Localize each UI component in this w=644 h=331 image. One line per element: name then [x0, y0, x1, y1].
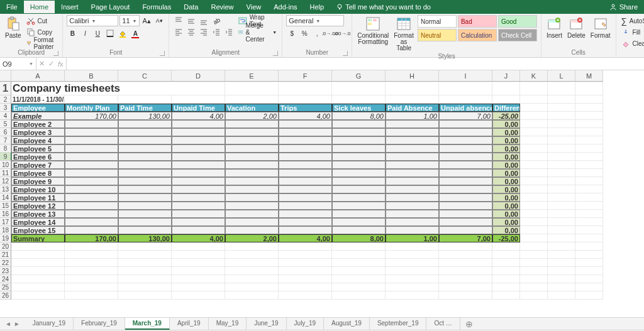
cell[interactable] [548, 120, 575, 128]
data-cell[interactable]: 0,00 [492, 144, 520, 153]
data-cell[interactable] [118, 202, 172, 210]
cell[interactable] [279, 251, 332, 259]
cell[interactable] [332, 259, 386, 267]
column-header[interactable]: H [386, 70, 439, 82]
tab-addins[interactable]: Add-ins [267, 1, 303, 13]
row-header[interactable]: 12 [0, 177, 11, 185]
cell[interactable] [548, 283, 575, 291]
data-cell[interactable] [332, 185, 386, 193]
cell[interactable] [575, 275, 603, 283]
cell[interactable] [548, 226, 575, 234]
data-cell[interactable]: 170,00 [65, 112, 118, 120]
data-cell[interactable] [225, 210, 279, 218]
cell[interactable] [65, 275, 118, 283]
tab-review[interactable]: Review [204, 1, 240, 13]
data-cell[interactable] [439, 169, 492, 177]
clipboard-launcher[interactable] [53, 51, 58, 56]
employee-name[interactable]: Example [11, 112, 65, 120]
tell-me[interactable]: Tell me what you want to do [336, 3, 431, 11]
data-cell[interactable] [332, 144, 386, 153]
underline-button[interactable]: U [92, 28, 103, 39]
data-cell[interactable]: 8,00 [332, 112, 386, 120]
data-cell[interactable] [279, 218, 332, 226]
cell[interactable] [225, 82, 279, 95]
cell[interactable] [575, 210, 603, 218]
cell[interactable] [279, 275, 332, 283]
row-header[interactable]: 1 [0, 82, 11, 95]
data-cell[interactable]: 0,00 [492, 177, 520, 185]
employee-name[interactable]: Employee 8 [11, 169, 65, 177]
cell[interactable] [520, 153, 548, 161]
data-cell[interactable] [65, 202, 118, 210]
align-left-button[interactable] [173, 26, 184, 38]
data-cell[interactable] [225, 161, 279, 169]
data-cell[interactable] [439, 177, 492, 185]
column-header[interactable]: L [548, 70, 575, 82]
data-cell[interactable] [439, 120, 492, 128]
cell[interactable] [225, 242, 279, 251]
style-calculation[interactable]: Calculation [458, 29, 497, 41]
cell[interactable] [548, 112, 575, 120]
data-cell[interactable] [225, 218, 279, 226]
summary-cell[interactable]: 4,00 [172, 234, 225, 242]
data-cell[interactable]: 0,00 [492, 136, 520, 144]
table-header[interactable]: Trips [279, 104, 332, 112]
cell-styles-gallery[interactable]: Normal Bad Good Neutral Calculation Chec… [418, 15, 537, 41]
style-bad[interactable]: Bad [458, 15, 497, 28]
fx-icon[interactable]: fx [58, 60, 64, 68]
data-cell[interactable] [65, 169, 118, 177]
cell[interactable] [332, 95, 386, 104]
cell[interactable] [11, 259, 65, 267]
row-header[interactable]: 21 [0, 251, 11, 259]
cell[interactable] [575, 242, 603, 251]
cell[interactable] [172, 291, 225, 300]
cell[interactable] [575, 177, 603, 185]
paste-button[interactable]: Paste [4, 15, 23, 40]
data-cell[interactable] [225, 169, 279, 177]
cell[interactable] [332, 251, 386, 259]
cell[interactable] [172, 259, 225, 267]
column-header[interactable]: C [118, 70, 172, 82]
cell[interactable] [118, 267, 172, 275]
percent-button[interactable]: % [299, 28, 310, 39]
add-sheet-button[interactable]: ⊕ [460, 319, 478, 329]
cell[interactable] [386, 251, 439, 259]
data-cell[interactable] [386, 218, 439, 226]
data-cell[interactable] [225, 202, 279, 210]
delete-cells-button[interactable]: Delete [566, 15, 587, 40]
cell[interactable] [65, 259, 118, 267]
data-cell[interactable] [332, 218, 386, 226]
data-cell[interactable] [386, 193, 439, 202]
cell[interactable] [548, 144, 575, 153]
data-cell[interactable]: 130,00 [118, 112, 172, 120]
employee-name[interactable]: Employee 5 [11, 144, 65, 153]
share-button[interactable]: Share [609, 3, 638, 11]
cell[interactable] [575, 234, 603, 242]
cell[interactable] [225, 259, 279, 267]
data-cell[interactable] [279, 144, 332, 153]
employee-name[interactable]: Employee 4 [11, 136, 65, 144]
cell[interactable] [439, 251, 492, 259]
data-cell[interactable] [172, 161, 225, 169]
cell[interactable] [11, 283, 65, 291]
cell[interactable] [520, 128, 548, 136]
cell[interactable] [575, 120, 603, 128]
sheet-nav[interactable]: ◄► [0, 320, 25, 327]
cell[interactable] [386, 275, 439, 283]
row-header[interactable]: 9 [0, 153, 11, 161]
cell[interactable] [548, 185, 575, 193]
data-cell[interactable] [386, 128, 439, 136]
cell[interactable] [439, 242, 492, 251]
employee-name[interactable]: Employee 7 [11, 161, 65, 169]
cell[interactable] [520, 193, 548, 202]
data-cell[interactable] [225, 185, 279, 193]
number-format-dropdown[interactable]: General▼ [286, 15, 344, 26]
cell[interactable] [520, 177, 548, 185]
cell[interactable] [172, 251, 225, 259]
cell[interactable] [575, 144, 603, 153]
data-cell[interactable] [332, 153, 386, 161]
table-header[interactable]: Difference [492, 104, 520, 112]
row-header[interactable]: 15 [0, 202, 11, 210]
cell[interactable] [575, 128, 603, 136]
table-header[interactable]: Employee [11, 104, 65, 112]
